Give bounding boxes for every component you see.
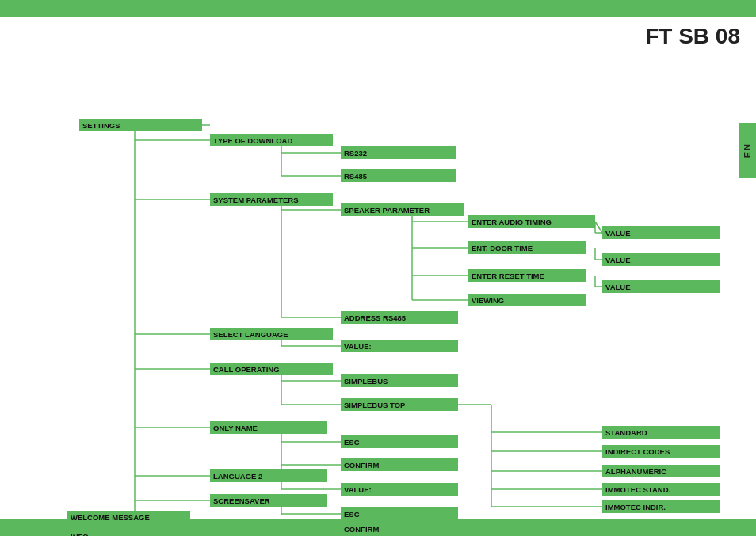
val1: VALUE (602, 226, 720, 239)
val2: VALUE (602, 253, 720, 266)
confirm1: CONFIRM (341, 458, 458, 471)
call_operating: CALL OPERATING (210, 363, 333, 375)
val3: VALUE (602, 280, 720, 293)
sys_params: SYSTEM PARAMETERS (210, 193, 333, 206)
ent_door: ENT. DOOR TIME (468, 241, 586, 254)
lang2: LANGUAGE 2 (210, 469, 327, 482)
value_lang2: VALUE: (341, 483, 458, 496)
enter_reset: ENTER RESET TIME (468, 269, 586, 282)
welcome: WELCOME MESSAGE (67, 511, 190, 523)
value_sel: VALUE: (341, 340, 458, 352)
rs232: RS232 (341, 146, 456, 159)
screensaver: SCREENSAVER (210, 494, 327, 507)
page-title: FT SB 08 (645, 17, 740, 55)
immotec_stand: IMMOTEC STAND. (602, 483, 720, 496)
settings: SETTINGS (79, 119, 202, 131)
viewing: VIEWING (468, 294, 586, 306)
enter_audio: ENTER AUDIO TIMING (468, 215, 595, 228)
alphanumeric: ALPHANUMERIC (602, 465, 720, 477)
simplebus: SIMPLEBUS (341, 374, 458, 387)
rs485_top: RS485 (341, 169, 456, 182)
select_lang: SELECT LANGUAGE (210, 328, 333, 340)
tree-container: SETTINGSWELCOME MESSAGEINFOTYPE OF DOWNL… (0, 55, 737, 515)
en-tab: EN (739, 123, 756, 178)
svg-line-23 (595, 222, 602, 233)
immotec_indir: IMMOTEC INDIR. (602, 500, 720, 513)
standard: STANDARD (602, 426, 720, 439)
indirect_codes: INDIRECT CODES (602, 445, 720, 458)
esc2: ESC (341, 507, 458, 520)
only_name: ONLY NAME (210, 421, 327, 434)
speaker_param: SPEAKER PARAMETER (341, 203, 464, 216)
simplebus_top: SIMPLEBUS TOP (341, 398, 458, 411)
en-label: EN (743, 143, 752, 158)
address_rs485: ADDRESS RS485 (341, 311, 458, 324)
type_download: TYPE OF DOWNLOAD (210, 134, 333, 146)
clear: CLEAR (210, 531, 327, 536)
info: INFO (67, 530, 190, 536)
top-bar (0, 0, 756, 17)
confirm2: CONFIRM (341, 523, 458, 535)
esc1: ESC (341, 435, 458, 448)
